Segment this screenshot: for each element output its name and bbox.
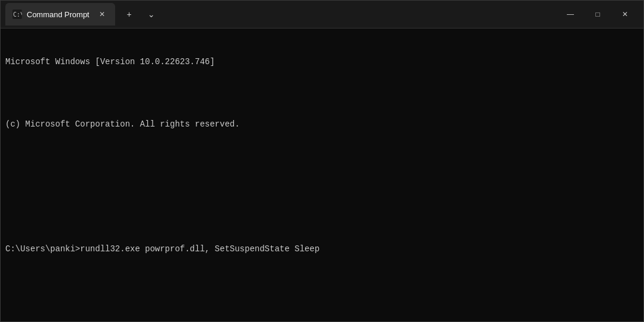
terminal-line-3 <box>5 181 639 193</box>
terminal-output: Microsoft Windows [Version 10.0.22623.74… <box>5 31 639 280</box>
active-tab[interactable]: C:\ Command Prompt ✕ <box>5 3 115 26</box>
dropdown-button[interactable]: ⌄ <box>142 5 160 23</box>
minimize-button[interactable]: — <box>557 5 584 24</box>
maximize-button[interactable]: □ <box>584 5 611 24</box>
tab-close-button[interactable]: ✕ <box>96 8 108 20</box>
command-prompt-window: C:\ Command Prompt ✕ + ⌄ — □ ✕ Microsoft… <box>0 0 644 322</box>
terminal-line-4: C:\Users\panki>rundll32.exe powrprof.dll… <box>5 243 639 255</box>
window-controls: — □ ✕ <box>557 5 639 24</box>
add-tab-button[interactable]: + <box>120 5 138 23</box>
tab-title-text: Command Prompt <box>27 10 89 19</box>
tab-cmd-icon: C:\ <box>12 10 22 19</box>
svg-text:C:\: C:\ <box>13 11 22 18</box>
terminal-line-1: Microsoft Windows [Version 10.0.22623.74… <box>5 56 639 68</box>
close-button[interactable]: ✕ <box>611 5 639 24</box>
terminal-line-2: (c) Microsoft Corporation. All rights re… <box>5 118 639 131</box>
title-bar: C:\ Command Prompt ✕ + ⌄ — □ ✕ <box>1 1 643 29</box>
terminal-body[interactable]: Microsoft Windows [Version 10.0.22623.74… <box>1 29 643 321</box>
